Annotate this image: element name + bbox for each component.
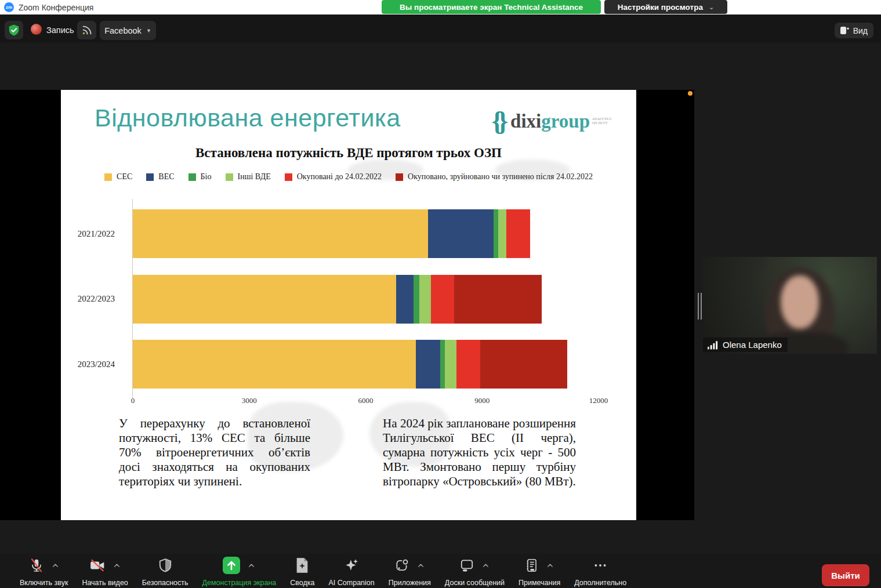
- chart-bar-segment: [133, 275, 396, 324]
- toolbar-item-security-shield[interactable]: Безопасность: [135, 556, 195, 587]
- legend-swatch-icon: [146, 173, 154, 181]
- legend-swatch-icon: [188, 173, 196, 181]
- slide-title: Відновлювана енергетика: [95, 104, 401, 132]
- legend-label: Окуповано, зруйновано чи зупинено після …: [408, 172, 593, 182]
- chart-bar-segment: [396, 275, 414, 324]
- chart-bar-segment: [133, 340, 416, 389]
- chart-bar-segment: [456, 340, 480, 389]
- legend-swatch-icon: [226, 173, 233, 181]
- panel-resize-handle[interactable]: [698, 293, 702, 320]
- chart-legend: СЕСВЕСБіоІнші ВДЕОкуповані до 24.02.2022…: [61, 172, 636, 182]
- logo-tagline: ANALYTICS ON DUTY: [592, 117, 615, 125]
- toolbar-item-whiteboard[interactable]: Доски сообщений: [438, 556, 512, 587]
- participant-video-tile[interactable]: Olena Lapenko: [703, 257, 877, 354]
- toolbar-item-ai-sparkle[interactable]: AI Companion: [322, 556, 382, 587]
- participant-name-tag: Olena Lapenko: [703, 337, 788, 352]
- chart-bar: [133, 275, 599, 324]
- chevron-up-icon[interactable]: [52, 561, 59, 572]
- chevron-up-icon[interactable]: [417, 561, 425, 572]
- view-label: Вид: [853, 26, 868, 35]
- legend-item: ВЕС: [146, 172, 174, 182]
- meeting-bar: Запись Facebook ▼ Вид: [0, 14, 881, 42]
- toolbar-item-label: Безопасность: [142, 579, 188, 587]
- chart-bar-segment: [431, 275, 454, 324]
- chevron-up-icon[interactable]: [546, 561, 554, 572]
- gallery-view-icon: [840, 27, 849, 34]
- chart-x-axis-ticks: 030006000900012000: [133, 396, 599, 405]
- recording-indicator-icon[interactable]: [31, 24, 42, 35]
- toolbar-item-share-screen[interactable]: Демонстрация экрана: [195, 556, 284, 587]
- chevron-up-icon[interactable]: [482, 561, 490, 572]
- window-title: Zoom Конференция: [19, 3, 93, 12]
- chart-bar-segment: [416, 340, 440, 389]
- view-settings-label: Настройки просмотра: [618, 3, 703, 12]
- apps-icon: [394, 558, 409, 575]
- toolbar-item-label: Сводка: [290, 579, 314, 587]
- chart-bar-segment: [498, 209, 506, 258]
- x-axis-tick-label: 3000: [242, 396, 257, 405]
- toolbar-item-label: Примечания: [519, 579, 560, 587]
- view-settings-dropdown[interactable]: Настройки просмотра ⌄: [604, 0, 727, 14]
- shared-screen-area: Відновлювана енергетика {} dixigroup ANA…: [0, 90, 694, 520]
- participant-name: Olena Lapenko: [723, 340, 782, 350]
- chart-bar-segment: [506, 209, 530, 258]
- toolbar-item-apps[interactable]: Приложения: [382, 556, 438, 587]
- main-content: Відновлювана енергетика {} dixigroup ANA…: [0, 42, 881, 554]
- share-screen-icon: [223, 557, 240, 576]
- chart-bar-segment: [494, 209, 499, 258]
- logo-text-dixi: dixi: [510, 111, 541, 132]
- chart-bar-segment: [454, 275, 542, 324]
- legend-label: Біо: [201, 172, 212, 182]
- toolbar-item-label: Включить звук: [20, 579, 68, 587]
- toolbar-item-label: AI Companion: [329, 579, 375, 587]
- livestream-button[interactable]: [77, 21, 96, 39]
- leave-meeting-button[interactable]: Выйти: [822, 564, 869, 586]
- chart-bar: [133, 340, 599, 389]
- facebook-stream-dropdown[interactable]: Facebook ▼: [100, 21, 156, 40]
- toolbar-item-notes[interactable]: Примечания: [512, 556, 567, 587]
- toolbar-item-mic-muted[interactable]: Включить звук: [13, 556, 75, 587]
- toolbar-item-label: Приложения: [389, 579, 431, 587]
- dixigroup-logo-icon: {}: [492, 110, 503, 133]
- camera-muted-icon: [89, 558, 106, 575]
- chart-bar-segment: [445, 340, 456, 389]
- legend-item: Окуповано, зруйновано чи зупинено після …: [396, 172, 593, 182]
- toolbar-item-camera-muted[interactable]: Начать видео: [75, 556, 135, 587]
- notes-icon: [525, 558, 539, 575]
- slide-paragraph-left: У перерахунку до встановленої потужності…: [119, 416, 310, 489]
- meeting-security-button[interactable]: [5, 21, 23, 39]
- legend-item: Біо: [188, 172, 212, 182]
- toolbar-item-label: Демонстрация экрана: [202, 579, 277, 587]
- facebook-label: Facebook: [104, 26, 142, 35]
- bottom-toolbar: Включить звукНачать видеоБезопасностьДем…: [0, 554, 881, 588]
- x-axis-tick-label: 9000: [474, 396, 490, 405]
- toolbar-item-doc-sparkle[interactable]: Сводка: [283, 556, 321, 587]
- dixigroup-logo: {} dixigroup ANALYTICS ON DUTY: [492, 110, 615, 133]
- presentation-slide: Відновлювана енергетика {} dixigroup ANA…: [61, 90, 636, 520]
- chart-title: Встановлена потужність ВДЕ протягом трьо…: [61, 146, 636, 161]
- x-axis-tick-label: 0: [131, 396, 135, 405]
- chart-category-label: 2022/2023: [61, 275, 124, 324]
- legend-label: Інші ВДЕ: [238, 172, 271, 182]
- chart-category-label: 2023/2024: [61, 340, 124, 389]
- toolbar-item-label: Дополнительно: [574, 579, 626, 587]
- chevron-down-icon: ⌄: [709, 3, 714, 11]
- chart-bar-segment: [133, 209, 428, 258]
- screen-viewing-banner: Вы просматриваете экран Technical Assist…: [382, 0, 601, 14]
- view-button[interactable]: Вид: [835, 23, 873, 38]
- chart-category-label: 2021/2022: [61, 209, 124, 258]
- toolbar-item-more-dots[interactable]: Дополнительно: [567, 556, 633, 587]
- more-dots-icon: [593, 558, 608, 575]
- slide-paragraph-right: На 2024 рік заплановане розширення Тиліг…: [383, 416, 576, 489]
- legend-label: ВЕС: [158, 172, 174, 182]
- shield-check-icon: [8, 23, 20, 37]
- chevron-up-icon[interactable]: [248, 561, 255, 572]
- ai-sparkle-icon: [344, 557, 359, 576]
- logo-text-group: group: [541, 111, 590, 132]
- legend-label: СЕС: [117, 172, 132, 182]
- recording-label: Запись: [46, 26, 74, 35]
- chart-bar-segment: [428, 209, 494, 258]
- mic-muted-icon: [29, 558, 44, 575]
- zoom-app-icon: zm: [4, 2, 14, 12]
- chevron-up-icon[interactable]: [113, 561, 121, 572]
